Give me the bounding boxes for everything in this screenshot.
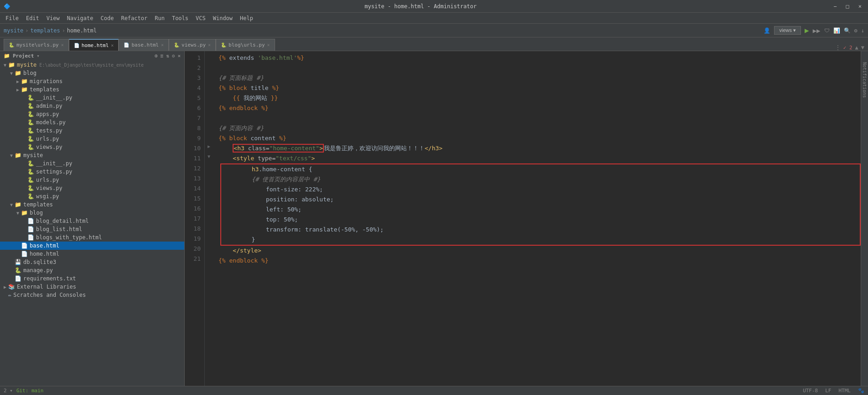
tree-mysite-urls[interactable]: 🐍 urls.py <box>0 176 184 184</box>
tree-external-libs[interactable]: ▶ 📚 External Libraries <box>0 283 184 291</box>
tree-mysite-wsgi[interactable]: 🐍 wsgi.py <box>0 192 184 200</box>
status-encoding[interactable]: UTF-8 <box>803 388 818 394</box>
tab-home-close[interactable]: × <box>111 43 114 48</box>
tree-blog[interactable]: ▼ 📁 blog <box>0 69 184 77</box>
tree-requirements[interactable]: 📄 requirements.txt <box>0 274 184 283</box>
tab-urls-py[interactable]: 🐍 mysite\urls.py × <box>4 39 69 51</box>
close-button[interactable]: × <box>856 3 864 10</box>
tree-scratches[interactable]: ✏️ Scratches and Consoles <box>0 291 184 299</box>
tab-blog-urls[interactable]: 🐍 blog\urls.py × <box>216 39 275 51</box>
tree-migrations[interactable]: ▶ 📁 migrations <box>0 77 184 85</box>
code-line-8: {# 页面内容 #} <box>217 123 861 133</box>
code-block-box: h3.home-content { {# 使首页的内容居中 #} font-si… <box>220 163 861 246</box>
menu-help[interactable]: Help <box>236 14 257 22</box>
tree-templates-root[interactable]: ▼ 📁 templates <box>0 200 184 209</box>
gutter-8 <box>205 121 213 132</box>
update-icon[interactable]: ↓ <box>861 27 864 34</box>
breadcrumb-mysite[interactable]: mysite <box>4 27 23 34</box>
breadcrumb-templates[interactable]: templates <box>31 27 60 34</box>
scroll-up-icon[interactable]: ▲ <box>855 44 858 51</box>
code-line-13: {# 使首页的内容居中 #} <box>221 174 860 184</box>
tab-urls-label: mysite\urls.py <box>16 42 59 48</box>
tab-base-close[interactable]: × <box>161 42 164 47</box>
menu-view[interactable]: View <box>43 14 63 22</box>
menu-vcs[interactable]: VCS <box>192 14 209 22</box>
tree-base-html[interactable]: 📄 base.html <box>0 242 184 250</box>
tree-db-sqlite3[interactable]: 💾 db.sqlite3 <box>0 258 184 266</box>
tab-views-py[interactable]: 🐍 views.py × <box>169 39 216 51</box>
menu-edit[interactable]: Edit <box>22 14 43 22</box>
sidebar-locate-icon[interactable]: ⊕ <box>155 53 158 59</box>
tree-home-html[interactable]: 📄 home.html <box>0 250 184 258</box>
tree-manage-py[interactable]: 🐍 manage.py <box>0 266 184 274</box>
menu-refactor[interactable]: Refactor <box>117 14 151 22</box>
tab-views-close[interactable]: × <box>208 42 211 47</box>
status-line-col[interactable]: 2 ▾ <box>4 388 13 394</box>
tree-templates-blog[interactable]: ▼ 📁 blog <box>0 209 184 217</box>
tree-mysite-inner[interactable]: ▼ 📁 mysite <box>0 151 184 159</box>
nav-right: 👤 views ▾ ▶ ▶▶ 🛡 📊 🔍 ⚙ ↓ <box>764 26 864 35</box>
code-line-11: <style type="text/css"> <box>217 153 861 163</box>
tree-blog-tests[interactable]: 🐍 tests.py <box>0 126 184 135</box>
gutter-10-fold[interactable]: ▶ <box>205 142 213 152</box>
line-num-6: 6 <box>185 103 201 113</box>
breadcrumb-sep2: › <box>62 27 65 34</box>
debug-run-button[interactable]: ▶▶ <box>813 27 821 34</box>
code-content[interactable]: {% extends 'base.html'%} {# 页面标题 #} {% b… <box>213 51 861 386</box>
views-button[interactable]: views ▾ <box>774 26 801 35</box>
coverage-button[interactable]: 🛡 <box>824 27 830 34</box>
tree-blog-apps[interactable]: 🐍 apps.py <box>0 110 184 118</box>
line-num-15: 15 <box>185 194 201 204</box>
sidebar-settings-icon[interactable]: ⚙ <box>172 53 175 59</box>
tab-urls-close[interactable]: × <box>61 42 64 47</box>
breadcrumb-home-html[interactable]: home.html <box>67 27 97 34</box>
tree-blog-admin[interactable]: 🐍 admin.py <box>0 102 184 110</box>
tree-blog-urls[interactable]: 🐍 urls.py <box>0 135 184 143</box>
sidebar-sort-icon[interactable]: ⇅ <box>166 53 169 59</box>
menu-tools[interactable]: Tools <box>168 14 192 22</box>
profile-button[interactable]: 📊 <box>833 27 840 34</box>
chevron-right-icon3: ▶ <box>2 284 8 290</box>
menu-code[interactable]: Code <box>97 14 118 22</box>
status-file-type[interactable]: HTML <box>839 388 851 394</box>
tree-mysite-root[interactable]: ▼ 📁 mysite E:\about_Django\test\mysite_e… <box>0 61 184 69</box>
tree-blog-init[interactable]: 🐍 __init__.py <box>0 94 184 102</box>
menu-file[interactable]: File <box>2 14 22 22</box>
menu-window[interactable]: Window <box>209 14 236 22</box>
more-tabs-icon[interactable]: ⋮ <box>835 44 841 51</box>
menu-navigate[interactable]: Navigate <box>63 14 97 22</box>
settings-icon[interactable]: ⚙ <box>854 27 858 34</box>
sidebar-dropdown-icon[interactable]: ▾ <box>36 53 40 59</box>
tree-mysite-settings[interactable]: 🐍 settings.py <box>0 168 184 176</box>
line-num-17: 17 <box>185 214 201 224</box>
search-everywhere-icon[interactable]: 🔍 <box>844 27 851 34</box>
tab-blog-urls-close[interactable]: × <box>267 42 270 47</box>
maximize-button[interactable]: □ <box>843 3 852 10</box>
gutter-16 <box>205 202 213 212</box>
run-button[interactable]: ▶ <box>805 26 809 35</box>
tree-mysite-views[interactable]: 🐍 views.py <box>0 184 184 192</box>
gutter-15 <box>205 192 213 202</box>
status-line-ending[interactable]: LF <box>825 388 831 394</box>
sidebar-collapse-icon[interactable]: ≡ <box>161 53 164 59</box>
sidebar-close-icon[interactable]: × <box>177 53 181 59</box>
tree-mysite-init[interactable]: 🐍 __init__.py <box>0 159 184 168</box>
tree-blogs-with-type[interactable]: 📄 blogs_with_type.html <box>0 233 184 242</box>
tab-base-html[interactable]: 📄 base.html × <box>119 39 169 51</box>
chevron-down-icon: ▼ <box>2 63 8 68</box>
tree-blog-models[interactable]: 🐍 models.py <box>0 118 184 126</box>
breadcrumb-sep1: › <box>25 27 28 34</box>
menu-run[interactable]: Run <box>151 14 168 22</box>
minimize-button[interactable]: − <box>831 3 839 10</box>
tree-blog-detail[interactable]: 📄 blog_detail.html <box>0 217 184 225</box>
scroll-down-icon[interactable]: ▼ <box>861 44 864 51</box>
line-num-20: 20 <box>185 244 201 254</box>
tree-blog-list[interactable]: 📄 blog_list.html <box>0 225 184 233</box>
gutter-1 <box>205 51 213 61</box>
tree-blog-views[interactable]: 🐍 views.py <box>0 143 184 151</box>
app-icon: 🔷 <box>4 3 10 10</box>
tab-home-html[interactable]: 📄 home.html × <box>69 39 119 51</box>
gutter-11-fold[interactable]: ▼ <box>205 152 213 162</box>
user-icon[interactable]: 👤 <box>764 27 770 34</box>
tree-blog-templates[interactable]: ▶ 📁 templates <box>0 85 184 94</box>
